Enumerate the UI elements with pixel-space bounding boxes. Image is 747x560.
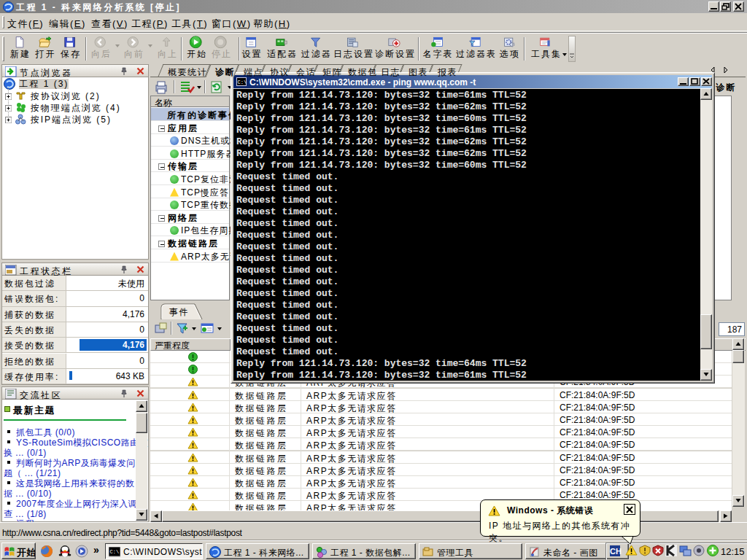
svg-text:C:\: C:\	[238, 79, 247, 85]
svg-text:C:\: C:\	[110, 549, 120, 555]
